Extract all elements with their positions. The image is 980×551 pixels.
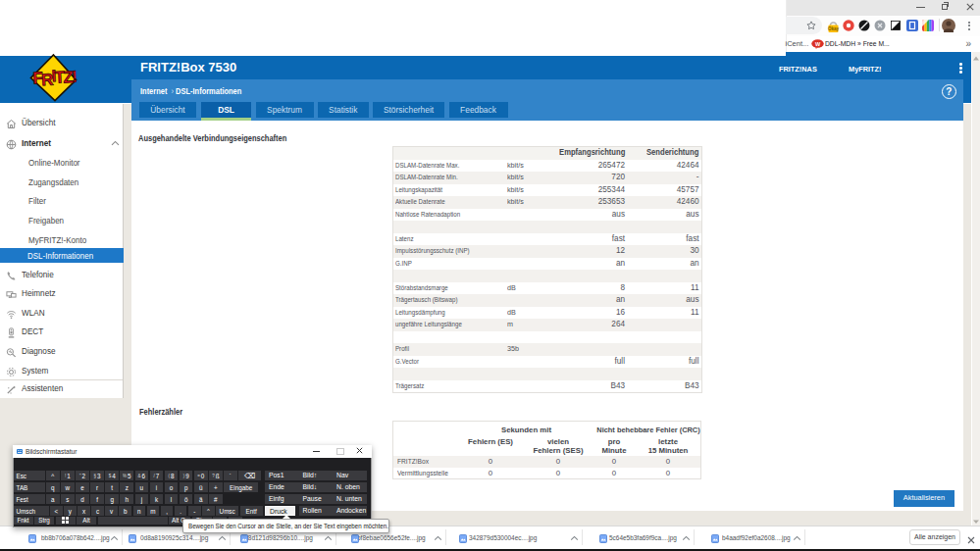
svg-text:Okay: Okay [828,26,840,31]
svg-text:FRITZ!: FRITZ! [32,66,77,90]
svg-text:W: W [815,41,821,47]
